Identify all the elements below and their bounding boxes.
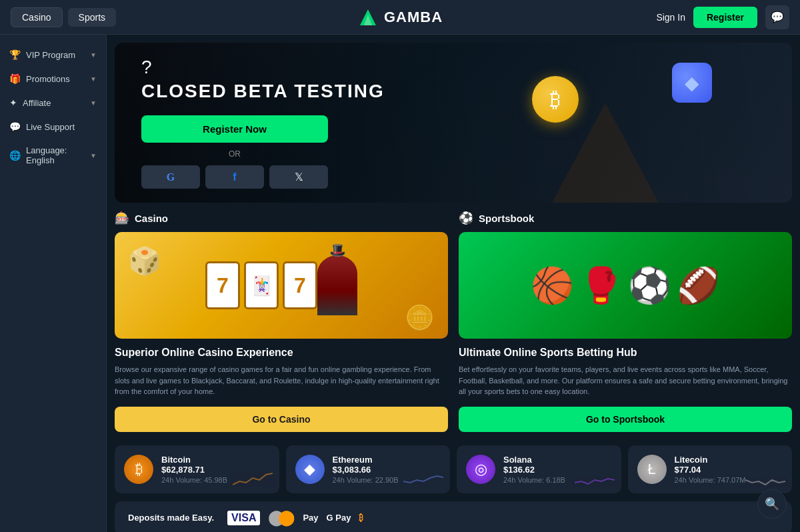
hero-content: ? CLOSED BETA TESTING Register Now OR G … xyxy=(141,57,385,189)
eth-symbol: ◆ xyxy=(685,72,699,94)
sidebar-item-vip[interactable]: 🏆 VIP Program ▼ xyxy=(0,43,106,67)
slot-reel-1: 7 xyxy=(205,261,240,309)
ltc-name: Litecoin xyxy=(675,455,746,465)
sports-card-title: Ultimate Online Sports Betting Hub xyxy=(459,347,792,359)
casino-card-image: 🎲 7 🃏 7 🪙 xyxy=(115,232,448,339)
sports-section-title: ⚽ Sportsbook xyxy=(459,211,792,225)
hero-register-button[interactable]: Register Now xyxy=(141,115,328,143)
casino-section-title: 🎰 Casino xyxy=(115,211,448,225)
sports-card-desc: Bet effortlessly on your favorite teams,… xyxy=(459,364,792,397)
live-support-icon: 💬 xyxy=(9,121,21,132)
hero-social-buttons: G f 𝕏 xyxy=(141,165,328,189)
affiliate-icon: ✦ xyxy=(9,97,17,108)
hero-bitcoin-coin: ₿ xyxy=(532,76,579,123)
header-right: Sign In Register 💬 xyxy=(656,5,789,29)
chevron-icon: ▼ xyxy=(90,99,97,107)
sports-title-icon: ⚽ xyxy=(459,211,473,225)
ltc-price: $77.04 xyxy=(675,465,746,475)
go-to-casino-button[interactable]: Go to Casino xyxy=(115,407,448,432)
facebook-login-button[interactable]: f xyxy=(205,165,264,189)
btc-price: $62,878.71 xyxy=(161,465,227,475)
casino-section: 🎰 Casino 🎲 7 🃏 7 🪙 Super xyxy=(115,211,448,432)
casino-nav-btn[interactable]: Casino xyxy=(11,7,63,27)
btc-name: Bitcoin xyxy=(161,455,227,465)
google-icon: G xyxy=(167,171,175,183)
crypto-pay-icon: ₿ xyxy=(359,511,363,525)
eth-chart xyxy=(403,468,443,488)
crypto-card-sol: ◎ Solana $136.62 24h Volume: 6.18B xyxy=(457,445,621,493)
sections-row: 🎰 Casino 🎲 7 🃏 7 🪙 Super xyxy=(107,211,800,432)
logo: GAMBA xyxy=(357,7,443,28)
deposits-row: Deposits made Easy. VISA ⬤⬤ Pay G Pay ₿ xyxy=(115,501,792,533)
casino-card-desc: Browse our expansive range of casino gam… xyxy=(115,364,448,397)
main-content: ₿ ◆ ? CLOSED BETA TESTING Register Now O… xyxy=(107,35,800,532)
btc-volume: 24h Volume: 45.98B xyxy=(161,476,227,484)
sidebar-item-promotions[interactable]: 🎁 Promotions ▼ xyxy=(0,67,106,91)
casino-title-text: Casino xyxy=(135,213,168,224)
sports-title-text: Sportsbook xyxy=(479,213,534,224)
slot-reel-3: 7 xyxy=(283,261,317,309)
sidebar-item-affiliate-label: Affiliate xyxy=(23,98,51,108)
sidebar-item-affiliate[interactable]: ✦ Affiliate ▼ xyxy=(0,91,106,115)
eth-name: Ethereum xyxy=(333,455,399,465)
sol-name: Solana xyxy=(503,455,565,465)
chat-button[interactable]: 💬 xyxy=(765,5,789,29)
deposits-label: Deposits made Easy. xyxy=(128,513,214,523)
eth-symbol: ◆ xyxy=(304,461,315,478)
sol-price: $136.62 xyxy=(503,465,565,475)
crypto-card-eth: ◆ Ethereum $3,083.66 24h Volume: 22.90B xyxy=(286,445,451,493)
sidebar-item-language[interactable]: 🌐 Language: English ▼ xyxy=(0,139,106,172)
casino-card-title: Superior Online Casino Experience xyxy=(115,347,448,359)
bitcoin-symbol: ₿ xyxy=(550,87,561,112)
twitter-icon: 𝕏 xyxy=(295,171,303,183)
go-to-sportsbook-button[interactable]: Go to Sportsbook xyxy=(459,407,792,432)
sports-card-image: 🏀 🥊 ⚽ 🏈 xyxy=(459,232,792,339)
search-icon: 🔍 xyxy=(765,497,779,511)
sidebar-item-language-label: Language: English xyxy=(26,145,90,165)
chevron-icon: ▼ xyxy=(90,75,97,83)
logo-text: GAMBA xyxy=(384,9,443,26)
sol-chart xyxy=(575,468,615,488)
ltc-icon: Ł xyxy=(637,455,667,484)
sports-figure-1: 🏀 xyxy=(531,265,574,306)
dice-decoration: 🎲 xyxy=(128,245,161,277)
payment-icons: VISA ⬤⬤ Pay G Pay ₿ xyxy=(227,511,363,525)
hero-or-divider: OR xyxy=(141,149,328,159)
ltc-symbol: Ł xyxy=(647,461,655,478)
sol-icon: ◎ xyxy=(466,455,495,484)
crypto-card-ltc: Ł Litecoin $77.04 24h Volume: 747.07M xyxy=(628,445,793,493)
eth-price: $3,083.66 xyxy=(333,465,399,475)
sidebar-item-promotions-label: Promotions xyxy=(26,74,70,84)
chevron-icon: ▼ xyxy=(90,152,97,159)
sidebar-item-live-support[interactable]: 💬 Live Support xyxy=(0,115,106,139)
promotions-icon: 🎁 xyxy=(9,73,21,84)
dealer-figure xyxy=(317,255,357,315)
hero-question: ? xyxy=(141,57,385,78)
eth-volume: 24h Volume: 22.90B xyxy=(333,476,399,484)
twitter-login-button[interactable]: 𝕏 xyxy=(269,165,328,189)
applepay-icon: Pay xyxy=(303,511,318,525)
btc-chart xyxy=(233,468,273,488)
sign-in-button[interactable]: Sign In xyxy=(656,12,685,23)
visa-icon: VISA xyxy=(227,511,260,525)
main-layout: 🏆 VIP Program ▼ 🎁 Promotions ▼ ✦ Affilia… xyxy=(0,35,800,532)
sidebar-item-live-support-label: Live Support xyxy=(26,122,75,132)
mastercard-icon: ⬤⬤ xyxy=(268,511,295,525)
casino-title-icon: 🎰 xyxy=(115,211,129,225)
ltc-chart xyxy=(745,468,785,488)
hero-title: CLOSED BETA TESTING xyxy=(141,81,385,102)
register-button[interactable]: Register xyxy=(693,7,757,28)
sports-figure-4: 🏈 xyxy=(677,265,720,306)
language-icon: 🌐 xyxy=(9,150,21,161)
crypto-row: ₿ Bitcoin $62,878.71 24h Volume: 45.98B … xyxy=(107,437,800,501)
crypto-card-btc: ₿ Bitcoin $62,878.71 24h Volume: 45.98B xyxy=(115,445,279,493)
googlepay-icon: G Pay xyxy=(327,511,351,525)
search-fab-button[interactable]: 🔍 xyxy=(757,489,787,519)
sidebar: 🏆 VIP Program ▼ 🎁 Promotions ▼ ✦ Affilia… xyxy=(0,35,107,532)
btc-symbol: ₿ xyxy=(135,461,143,478)
google-login-button[interactable]: G xyxy=(141,165,200,189)
vip-icon: 🏆 xyxy=(9,49,21,60)
sports-nav-btn[interactable]: Sports xyxy=(68,8,116,27)
header: Casino Sports GAMBA Sign In Register 💬 xyxy=(0,0,800,35)
sports-section: ⚽ Sportsbook 🏀 🥊 ⚽ 🏈 Ultimate Online Spo… xyxy=(459,211,792,432)
